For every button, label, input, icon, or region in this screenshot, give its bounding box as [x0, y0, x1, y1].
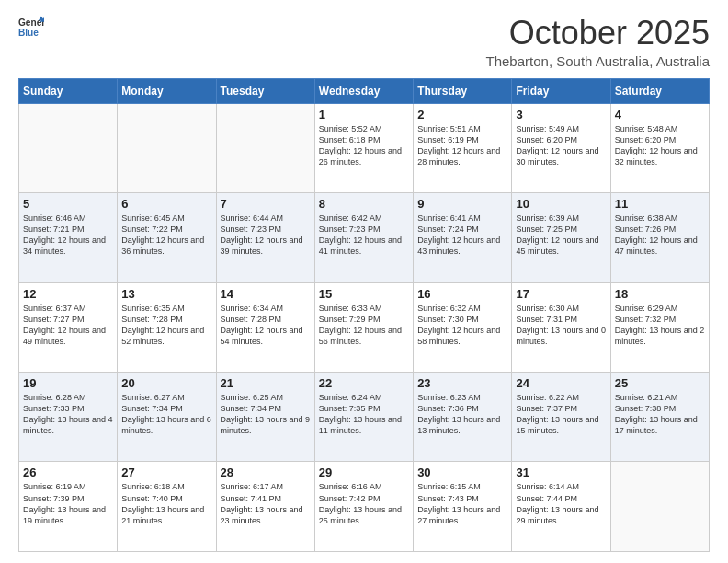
table-row: 10Sunrise: 6:39 AMSunset: 7:25 PMDayligh… [512, 193, 610, 282]
day-number: 30 [417, 465, 507, 479]
day-info: Sunrise: 5:49 AMSunset: 6:20 PMDaylight:… [516, 123, 606, 168]
table-row: 8Sunrise: 6:42 AMSunset: 7:23 PMDaylight… [314, 193, 413, 282]
day-info: Sunrise: 6:39 AMSunset: 7:25 PMDaylight:… [516, 213, 606, 258]
day-info: Sunrise: 6:30 AMSunset: 7:31 PMDaylight:… [516, 303, 606, 348]
day-number: 12 [23, 287, 113, 301]
table-row: 19Sunrise: 6:28 AMSunset: 7:33 PMDayligh… [19, 373, 118, 462]
day-info: Sunrise: 6:38 AMSunset: 7:26 PMDaylight:… [615, 213, 705, 258]
col-saturday: Saturday [610, 78, 709, 103]
day-number: 22 [319, 376, 409, 390]
day-info: Sunrise: 6:24 AMSunset: 7:35 PMDaylight:… [319, 392, 409, 437]
header-row: Sunday Monday Tuesday Wednesday Thursday… [19, 78, 710, 103]
day-number: 15 [319, 287, 409, 301]
day-info: Sunrise: 6:44 AMSunset: 7:23 PMDaylight:… [221, 213, 311, 258]
table-row: 7Sunrise: 6:44 AMSunset: 7:23 PMDaylight… [216, 193, 314, 282]
day-info: Sunrise: 6:29 AMSunset: 7:32 PMDaylight:… [615, 303, 705, 348]
table-row: 6Sunrise: 6:45 AMSunset: 7:22 PMDaylight… [118, 193, 216, 282]
table-row: 24Sunrise: 6:22 AMSunset: 7:37 PMDayligh… [512, 373, 610, 462]
day-info: Sunrise: 5:52 AMSunset: 6:18 PMDaylight:… [319, 123, 409, 168]
table-row: 12Sunrise: 6:37 AMSunset: 7:27 PMDayligh… [19, 282, 118, 372]
day-info: Sunrise: 6:41 AMSunset: 7:24 PMDaylight:… [417, 213, 507, 258]
table-row [610, 462, 709, 552]
day-info: Sunrise: 6:28 AMSunset: 7:33 PMDaylight:… [23, 392, 113, 437]
table-row: 27Sunrise: 6:18 AMSunset: 7:40 PMDayligh… [118, 462, 216, 552]
table-row: 23Sunrise: 6:23 AMSunset: 7:36 PMDayligh… [414, 373, 512, 462]
table-row: 16Sunrise: 6:32 AMSunset: 7:30 PMDayligh… [414, 282, 512, 372]
day-number: 25 [615, 376, 705, 390]
day-info: Sunrise: 6:22 AMSunset: 7:37 PMDaylight:… [516, 392, 606, 437]
table-row: 31Sunrise: 6:14 AMSunset: 7:44 PMDayligh… [512, 462, 610, 552]
table-row: 13Sunrise: 6:35 AMSunset: 7:28 PMDayligh… [118, 282, 216, 372]
day-info: Sunrise: 6:14 AMSunset: 7:44 PMDaylight:… [516, 481, 606, 526]
table-row: 22Sunrise: 6:24 AMSunset: 7:35 PMDayligh… [314, 373, 413, 462]
table-row: 3Sunrise: 5:49 AMSunset: 6:20 PMDaylight… [512, 103, 610, 192]
day-number: 29 [319, 465, 409, 479]
day-number: 11 [615, 197, 705, 211]
day-number: 23 [417, 376, 507, 390]
calendar-week-row: 1Sunrise: 5:52 AMSunset: 6:18 PMDaylight… [19, 103, 710, 192]
day-info: Sunrise: 6:35 AMSunset: 7:28 PMDaylight:… [121, 303, 211, 348]
day-number: 21 [221, 376, 311, 390]
day-info: Sunrise: 5:51 AMSunset: 6:19 PMDaylight:… [417, 123, 507, 168]
page: General Blue October 2025 Thebarton, Sou… [0, 0, 728, 563]
table-row: 26Sunrise: 6:19 AMSunset: 7:39 PMDayligh… [19, 462, 118, 552]
day-info: Sunrise: 6:25 AMSunset: 7:34 PMDaylight:… [221, 392, 311, 437]
day-number: 7 [221, 197, 311, 211]
day-info: Sunrise: 6:16 AMSunset: 7:42 PMDaylight:… [319, 481, 409, 526]
col-friday: Friday [512, 78, 610, 103]
table-row: 30Sunrise: 6:15 AMSunset: 7:43 PMDayligh… [414, 462, 512, 552]
day-info: Sunrise: 6:42 AMSunset: 7:23 PMDaylight:… [319, 213, 409, 258]
day-number: 26 [23, 465, 113, 479]
calendar-week-row: 12Sunrise: 6:37 AMSunset: 7:27 PMDayligh… [19, 282, 710, 372]
table-row: 14Sunrise: 6:34 AMSunset: 7:28 PMDayligh… [216, 282, 314, 372]
day-number: 10 [516, 197, 606, 211]
table-row: 17Sunrise: 6:30 AMSunset: 7:31 PMDayligh… [512, 282, 610, 372]
col-thursday: Thursday [414, 78, 512, 103]
header: General Blue October 2025 Thebarton, Sou… [18, 15, 710, 69]
day-info: Sunrise: 6:33 AMSunset: 7:29 PMDaylight:… [319, 303, 409, 348]
day-number: 3 [516, 108, 606, 121]
table-row: 25Sunrise: 6:21 AMSunset: 7:38 PMDayligh… [610, 373, 709, 462]
day-number: 28 [221, 465, 311, 479]
col-sunday: Sunday [19, 78, 118, 103]
col-tuesday: Tuesday [216, 78, 314, 103]
day-number: 17 [516, 287, 606, 301]
day-info: Sunrise: 6:45 AMSunset: 7:22 PMDaylight:… [121, 213, 211, 258]
table-row: 11Sunrise: 6:38 AMSunset: 7:26 PMDayligh… [610, 193, 709, 282]
table-row: 29Sunrise: 6:16 AMSunset: 7:42 PMDayligh… [314, 462, 413, 552]
location-title: Thebarton, South Australia, Australia [486, 53, 710, 69]
day-number: 16 [417, 287, 507, 301]
calendar-table: Sunday Monday Tuesday Wednesday Thursday… [18, 78, 710, 552]
day-number: 14 [221, 287, 311, 301]
title-area: October 2025 Thebarton, South Australia,… [486, 15, 710, 69]
day-number: 4 [615, 108, 705, 121]
table-row: 9Sunrise: 6:41 AMSunset: 7:24 PMDaylight… [414, 193, 512, 282]
table-row: 21Sunrise: 6:25 AMSunset: 7:34 PMDayligh… [216, 373, 314, 462]
table-row: 20Sunrise: 6:27 AMSunset: 7:34 PMDayligh… [118, 373, 216, 462]
day-number: 27 [121, 465, 211, 479]
calendar-week-row: 5Sunrise: 6:46 AMSunset: 7:21 PMDaylight… [19, 193, 710, 282]
day-number: 20 [121, 376, 211, 390]
table-row: 18Sunrise: 6:29 AMSunset: 7:32 PMDayligh… [610, 282, 709, 372]
month-title: October 2025 [486, 15, 710, 52]
day-info: Sunrise: 6:37 AMSunset: 7:27 PMDaylight:… [23, 303, 113, 348]
table-row [19, 103, 118, 192]
day-number: 9 [417, 197, 507, 211]
day-number: 19 [23, 376, 113, 390]
day-info: Sunrise: 6:23 AMSunset: 7:36 PMDaylight:… [417, 392, 507, 437]
day-info: Sunrise: 5:48 AMSunset: 6:20 PMDaylight:… [615, 123, 705, 168]
logo-icon: General Blue [18, 15, 44, 40]
calendar-week-row: 19Sunrise: 6:28 AMSunset: 7:33 PMDayligh… [19, 373, 710, 462]
table-row: 1Sunrise: 5:52 AMSunset: 6:18 PMDaylight… [314, 103, 413, 192]
calendar-week-row: 26Sunrise: 6:19 AMSunset: 7:39 PMDayligh… [19, 462, 710, 552]
day-number: 5 [23, 197, 113, 211]
logo: General Blue [18, 15, 44, 40]
day-info: Sunrise: 6:15 AMSunset: 7:43 PMDaylight:… [417, 481, 507, 526]
col-wednesday: Wednesday [314, 78, 413, 103]
day-info: Sunrise: 6:27 AMSunset: 7:34 PMDaylight:… [121, 392, 211, 437]
table-row: 2Sunrise: 5:51 AMSunset: 6:19 PMDaylight… [414, 103, 512, 192]
table-row [118, 103, 216, 192]
day-info: Sunrise: 6:46 AMSunset: 7:21 PMDaylight:… [23, 213, 113, 258]
table-row: 28Sunrise: 6:17 AMSunset: 7:41 PMDayligh… [216, 462, 314, 552]
day-number: 6 [121, 197, 211, 211]
